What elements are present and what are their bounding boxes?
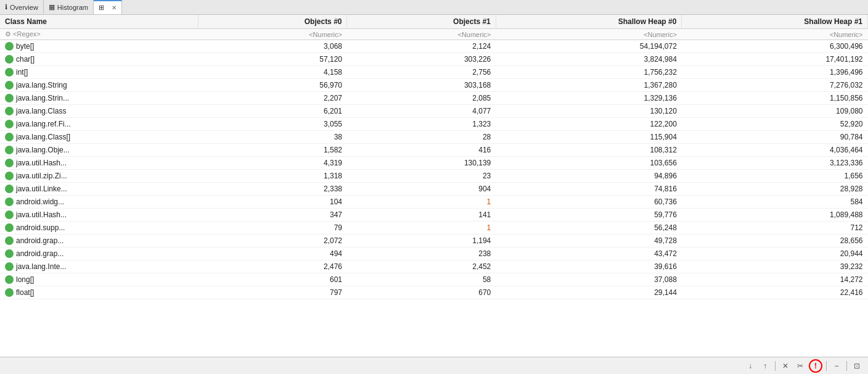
tab-overview[interactable]: ℹ Overview (0, 0, 44, 14)
cell-obj1: 2,756 (347, 66, 496, 79)
cell-class-name: char[] (0, 53, 199, 66)
tab-close-icon[interactable]: ✕ (112, 4, 117, 11)
filter-obj0[interactable]: <Numeric> (199, 29, 347, 40)
filter-sh1[interactable]: <Numeric> (682, 29, 868, 40)
cell-class-name: java.util.Hash... (0, 209, 199, 222)
class-icon (5, 223, 14, 232)
cell-sh1: 3,123,336 (682, 157, 868, 170)
cell-sh1: 1,150,856 (682, 92, 868, 105)
expand-button[interactable]: ⊡ (851, 360, 863, 372)
class-icon (5, 210, 14, 219)
cell-sh1: 584 (682, 196, 868, 209)
cell-sh0: 115,904 (496, 131, 682, 144)
table-scroll[interactable]: Class Name Objects #0 Objects #1 Shallow… (0, 15, 868, 357)
cell-sh0: 108,312 (496, 144, 682, 157)
table-row[interactable]: java.util.Hash... 4,319 130,139 103,656 … (0, 157, 868, 170)
scissors-button[interactable]: ✂ (794, 360, 806, 372)
class-name-text: java.lang.String (16, 81, 67, 89)
class-icon (5, 107, 14, 115)
toolbar-sep-1 (775, 361, 776, 371)
cell-sh1: 28,656 (682, 235, 868, 247)
cell-sh1: 1,089,488 (682, 209, 868, 222)
cell-class-name: java.lang.String (0, 79, 199, 92)
table-row[interactable]: byte[] 3,068 2,124 54,194,072 6,300,496 (0, 40, 868, 53)
table-row[interactable]: java.lang.Strin... 2,207 2,085 1,329,136… (0, 92, 868, 105)
cell-obj0: 104 (199, 196, 347, 209)
cell-obj1: 130,139 (347, 157, 496, 170)
table-row[interactable]: java.lang.String 56,970 303,168 1,367,28… (0, 79, 868, 92)
table-row[interactable]: java.util.zip.Zi... 1,318 23 94,896 1,65… (0, 170, 868, 183)
class-name-text: android.grap... (16, 249, 63, 258)
cell-obj0: 6,201 (199, 105, 347, 118)
class-icon (5, 236, 14, 245)
cell-sh0: 49,728 (496, 235, 682, 247)
table-row[interactable]: android.grap... 494 238 43,472 20,944 (0, 247, 868, 260)
cell-sh0: 54,194,072 (496, 40, 682, 53)
cell-obj1: 1,194 (347, 235, 496, 247)
cell-class-name: java.util.zip.Zi... (0, 170, 199, 183)
up-button[interactable]: ↑ (759, 360, 771, 372)
cell-obj1: 2,085 (347, 92, 496, 105)
class-name-text: java.util.Hash... (16, 210, 67, 219)
histogram-icon: ▦ (49, 3, 55, 11)
table-row[interactable]: android.grap... 2,072 1,194 49,728 28,65… (0, 235, 868, 247)
table-row[interactable]: java.lang.Inte... 2,476 2,452 39,616 39,… (0, 260, 868, 273)
class-name-text: java.lang.Inte... (16, 262, 66, 271)
exclaim-button[interactable]: ! (809, 359, 822, 373)
table-row[interactable]: java.util.Linke... 2,338 904 74,816 28,9… (0, 183, 868, 196)
tab-compared-tables[interactable]: ⊞ ✕ (94, 0, 122, 14)
cell-sh0: 37,088 (496, 273, 682, 286)
table-row[interactable]: java.lang.ref.Fi... 3,055 1,323 122,200 … (0, 118, 868, 131)
cell-obj0: 2,072 (199, 235, 347, 247)
close-button[interactable]: ✕ (779, 360, 792, 372)
tab-histogram-label: Histogram (57, 4, 88, 11)
cell-obj0: 2,207 (199, 92, 347, 105)
table-row[interactable]: java.lang.Obje... 1,582 416 108,312 4,03… (0, 144, 868, 157)
class-icon (5, 262, 14, 271)
col-objects0[interactable]: Objects #0 (199, 15, 347, 29)
table-row[interactable]: java.lang.Class 6,201 4,077 130,120 109,… (0, 105, 868, 118)
cell-sh1: 20,944 (682, 247, 868, 260)
table-row[interactable]: java.lang.Class[] 38 28 115,904 90,784 (0, 131, 868, 144)
filter-class[interactable]: ⚙ <Regex> (0, 29, 199, 40)
cell-obj1: 303,168 (347, 79, 496, 92)
cell-sh0: 1,329,136 (496, 92, 682, 105)
class-name-text: android.supp... (16, 223, 65, 232)
filter-sh0[interactable]: <Numeric> (496, 29, 682, 40)
class-name-text: long[] (16, 275, 34, 284)
table-row[interactable]: float[] 797 670 29,144 22,416 (0, 286, 868, 299)
table-row[interactable]: long[] 601 58 37,088 14,272 (0, 273, 868, 286)
cell-obj0: 1,318 (199, 170, 347, 183)
class-icon (5, 288, 14, 297)
toolbar-sep-2 (826, 361, 827, 371)
overview-icon: ℹ (5, 3, 7, 11)
col-shallow-heap1[interactable]: Shallow Heap #1 (682, 15, 868, 29)
tab-histogram[interactable]: ▦ Histogram (44, 0, 94, 14)
table-row[interactable]: char[] 57,120 303,226 3,824,984 17,401,1… (0, 53, 868, 66)
class-icon (5, 120, 14, 128)
table-row[interactable]: android.widg... 104 1 60,736 584 (0, 196, 868, 209)
col-class-name[interactable]: Class Name (0, 15, 199, 29)
filter-obj1[interactable]: <Numeric> (347, 29, 496, 40)
cell-obj0: 601 (199, 273, 347, 286)
cell-class-name: long[] (0, 273, 199, 286)
down-button[interactable]: ↓ (744, 360, 756, 372)
col-shallow-heap0[interactable]: Shallow Heap #0 (496, 15, 682, 29)
cell-sh0: 56,248 (496, 222, 682, 235)
cell-sh1: 6,300,496 (682, 40, 868, 53)
class-name-text: float[] (16, 288, 34, 297)
class-icon (5, 249, 14, 258)
cell-class-name: byte[] (0, 40, 199, 53)
class-icon (5, 94, 14, 102)
toolbar-sep-3 (846, 361, 847, 371)
cell-obj1: 141 (347, 209, 496, 222)
cell-sh1: 1,656 (682, 170, 868, 183)
class-name-text: android.widg... (16, 197, 64, 206)
cell-sh1: 90,784 (682, 131, 868, 144)
minus-button[interactable]: − (830, 360, 843, 372)
cell-obj1: 1 (347, 196, 496, 209)
table-row[interactable]: android.supp... 79 1 56,248 712 (0, 222, 868, 235)
table-row[interactable]: java.util.Hash... 347 141 59,776 1,089,4… (0, 209, 868, 222)
col-objects1[interactable]: Objects #1 (347, 15, 496, 29)
table-row[interactable]: int[] 4,158 2,756 1,756,232 1,396,496 (0, 66, 868, 79)
